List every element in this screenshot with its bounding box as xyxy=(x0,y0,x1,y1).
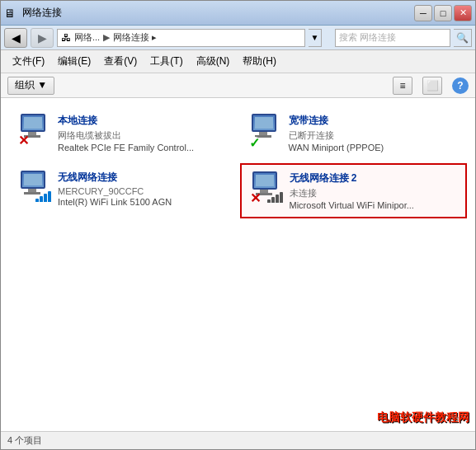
bar1 xyxy=(267,199,271,203)
help-button[interactable]: ? xyxy=(452,77,469,94)
window: 🖥 网络连接 ─ □ ✕ ◀ ▶ 🖧 网络... ▶ 网络连接 ▸ ▼ 搜索 网… xyxy=(0,0,476,450)
organize-button[interactable]: 组织 ▼ xyxy=(7,77,54,95)
restore-button[interactable]: □ xyxy=(434,5,452,21)
wireless1-screen xyxy=(24,174,42,185)
local-status: 网络电缆被拔出 xyxy=(58,129,228,142)
broadband-monitor-icon xyxy=(252,114,276,132)
search-button[interactable]: 🔍 xyxy=(454,29,472,47)
view-button[interactable]: ≡ xyxy=(393,77,412,95)
bar3 xyxy=(44,194,47,202)
wireless1-monitor-icon xyxy=(21,171,45,189)
wireless1-detail: Intel(R) WiFi Link 5100 AGN xyxy=(58,197,228,207)
title-bar-buttons: ─ □ ✕ xyxy=(414,5,472,21)
menu-help[interactable]: 帮助(H) xyxy=(238,53,281,70)
address-box[interactable]: 🖧 网络... ▶ 网络连接 ▸ xyxy=(57,29,305,47)
minimize-button[interactable]: ─ xyxy=(414,5,432,21)
local-monitor-icon xyxy=(21,114,45,132)
pane-button[interactable]: ⬜ xyxy=(422,77,442,95)
menu-bar: 文件(F) 编辑(E) 查看(V) 工具(T) 高级(N) 帮助(H) xyxy=(1,50,475,73)
wireless1-name: 无线网络连接 xyxy=(58,171,228,185)
wireless1-status: MERCURY_90CCFC xyxy=(58,186,228,196)
search-placeholder: 搜索 网络连接 xyxy=(339,31,396,44)
local-info: 本地连接 网络电缆被拔出 Realtek PCIe FE Family Cont… xyxy=(58,114,228,152)
broadband-info: 宽带连接 已断开连接 WAN Miniport (PPPOE) xyxy=(289,114,459,152)
local-screen xyxy=(24,117,42,129)
local-detail: Realtek PCIe FE Family Control... xyxy=(58,143,228,152)
close-button[interactable]: ✕ xyxy=(454,5,472,21)
wireless2-info: 无线网络连接 2 未连接 Microsoft Virtual WiFi Mini… xyxy=(290,171,458,210)
wireless2-status: 未连接 xyxy=(290,187,458,199)
connection-wireless1[interactable]: 无线网络连接 MERCURY_90CCFC Intel(R) WiFi Link… xyxy=(9,163,237,218)
bar1 xyxy=(35,199,39,202)
search-box[interactable]: 搜索 网络连接 xyxy=(335,29,450,47)
bar4 xyxy=(48,191,51,202)
local-status-x-icon: ✕ xyxy=(18,133,29,148)
main-content: ✕ 本地连接 网络电缆被拔出 Realtek PCIe FE Family Co… xyxy=(1,98,475,431)
wireless2-name: 无线网络连接 2 xyxy=(290,171,458,185)
wireless2-monitor-icon xyxy=(252,171,277,190)
address-bar: ◀ ▶ 🖧 网络... ▶ 网络连接 ▸ ▼ 搜索 网络连接 🔍 xyxy=(1,26,475,50)
wireless2-detail: Microsoft Virtual WiFi Minipor... xyxy=(290,200,458,210)
view-icon: ≡ xyxy=(399,80,405,91)
connection-local[interactable]: ✕ 本地连接 网络电缆被拔出 Realtek PCIe FE Family Co… xyxy=(9,106,237,160)
local-icon-area: ✕ xyxy=(18,114,51,147)
connection-broadband[interactable]: ✓ 宽带连接 已断开连接 WAN Miniport (PPPOE) xyxy=(240,106,468,160)
menu-view[interactable]: 查看(V) xyxy=(99,53,142,70)
broadband-detail: WAN Miniport (PPPOE) xyxy=(289,143,459,152)
wireless2-signal-icon xyxy=(267,192,283,203)
connection-wireless2[interactable]: ✕ 无线网络连接 2 未连接 Microsoft Virtual WiFi Mi… xyxy=(240,163,468,218)
bar3 xyxy=(276,195,279,203)
breadcrumb-sep1: ▶ xyxy=(103,32,110,43)
broadband-status-check-icon: ✓ xyxy=(249,137,261,148)
broadband-name: 宽带连接 xyxy=(289,114,459,128)
menu-edit[interactable]: 编辑(E) xyxy=(53,53,96,70)
address-icon: 🖧 xyxy=(61,32,71,44)
title-bar-text: 网络连接 xyxy=(19,6,414,20)
item-count: 4 个项目 xyxy=(7,434,42,447)
menu-file[interactable]: 文件(F) xyxy=(7,53,49,70)
bar2 xyxy=(271,197,275,203)
menu-tools[interactable]: 工具(T) xyxy=(145,53,187,70)
local-name: 本地连接 xyxy=(58,114,228,128)
wireless2-screen xyxy=(256,175,274,186)
menu-advanced[interactable]: 高级(N) xyxy=(191,53,235,70)
wireless2-icon-area: ✕ xyxy=(250,171,283,204)
wireless1-info: 无线网络连接 MERCURY_90CCFC Intel(R) WiFi Link… xyxy=(58,171,228,207)
address-dropdown[interactable]: ▼ xyxy=(309,29,322,47)
wireless2-status-x-icon: ✕ xyxy=(250,190,261,206)
status-bar: 4 个项目 xyxy=(1,431,475,449)
forward-button[interactable]: ▶ xyxy=(31,28,54,48)
back-button[interactable]: ◀ xyxy=(4,28,27,48)
organize-label: 组织 ▼ xyxy=(15,78,47,92)
breadcrumb-network: 网络... xyxy=(74,31,100,44)
title-bar: 🖥 网络连接 ─ □ ✕ xyxy=(1,1,475,26)
broadband-status: 已断开连接 xyxy=(289,129,459,142)
organize-bar: 组织 ▼ ≡ ⬜ ? xyxy=(1,73,475,98)
wireless1-signal-icon xyxy=(35,191,51,202)
bar2 xyxy=(40,196,43,202)
broadband-screen xyxy=(255,117,273,129)
bar4 xyxy=(280,192,283,203)
breadcrumb-connections: 网络连接 ▸ xyxy=(113,31,157,44)
broadband-icon-area: ✓ xyxy=(249,114,282,147)
wireless1-icon-area xyxy=(18,171,51,204)
